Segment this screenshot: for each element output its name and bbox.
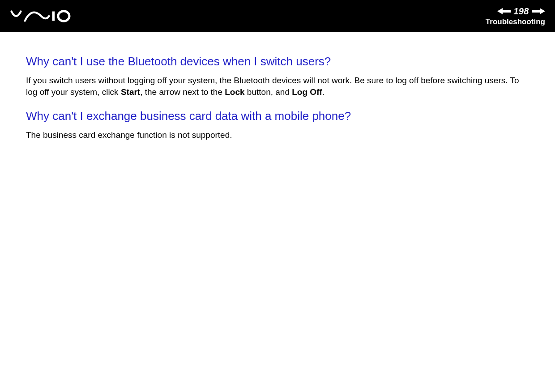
- page-navigation: 198: [497, 6, 545, 17]
- question-heading: Why can't I use the Bluetooth devices wh…: [26, 55, 529, 68]
- answer-text: If you switch users without logging off …: [26, 75, 529, 98]
- svg-rect-0: [52, 12, 55, 21]
- qa-block: Why can't I exchange business card data …: [26, 109, 529, 141]
- question-heading: Why can't I exchange business card data …: [26, 109, 529, 123]
- svg-marker-2: [497, 8, 511, 14]
- vaio-logo: [10, 10, 73, 22]
- answer-text: The business card exchange function is n…: [26, 129, 529, 141]
- svg-point-1: [58, 11, 69, 21]
- document-content: Why can't I use the Bluetooth devices wh…: [0, 32, 555, 175]
- section-title: Troubleshooting: [486, 17, 545, 26]
- header-right: 198 Troubleshooting: [486, 6, 545, 26]
- document-header: 198 Troubleshooting: [0, 0, 555, 32]
- page-number: 198: [513, 6, 529, 17]
- svg-marker-3: [532, 8, 545, 14]
- nav-prev-icon[interactable]: [497, 8, 511, 14]
- qa-block: Why can't I use the Bluetooth devices wh…: [26, 55, 529, 98]
- nav-next-icon[interactable]: [532, 8, 545, 14]
